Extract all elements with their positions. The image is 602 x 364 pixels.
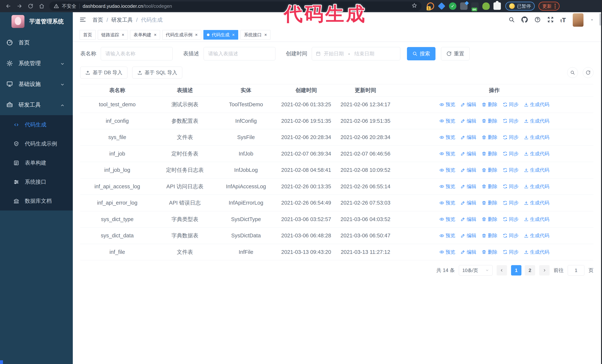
action-sync[interactable]: 同步 <box>503 199 519 207</box>
orange-ring-extension-icon[interactable]: 1 <box>427 2 434 10</box>
github-icon[interactable] <box>521 16 528 23</box>
sidebar-subitem-db-doc[interactable]: 数据库文档 <box>0 191 73 210</box>
reset-button[interactable]: 重置 <box>441 47 470 60</box>
action-delete[interactable]: 删除 <box>482 101 497 108</box>
action-sync[interactable]: 同步 <box>503 134 519 141</box>
prev-page-button[interactable] <box>497 265 507 275</box>
action-edit[interactable]: 编辑 <box>461 216 476 223</box>
back-button[interactable] <box>3 1 13 11</box>
tab-codegen-example[interactable]: 代码生成示例 × <box>162 30 201 40</box>
kebab-menu-icon[interactable] <box>555 4 556 9</box>
breadcrumb-item[interactable]: 首页 <box>92 16 103 24</box>
action-preview[interactable]: 预览 <box>439 150 455 157</box>
reload-button[interactable] <box>26 1 36 11</box>
sidebar-subitem-form-builder[interactable]: 表单构建 <box>0 153 73 172</box>
refresh-table-button[interactable] <box>583 67 593 78</box>
action-preview[interactable]: 预览 <box>439 117 455 125</box>
blue-gem-extension-icon[interactable] <box>438 2 445 10</box>
tab-codegen[interactable]: 代码生成 × <box>203 30 238 40</box>
action-preview[interactable]: 预览 <box>439 232 455 239</box>
action-edit[interactable]: 编辑 <box>461 232 476 239</box>
action-delete[interactable]: 删除 <box>482 150 497 157</box>
page-size-select[interactable]: 10条/页 <box>459 265 493 275</box>
action-generate[interactable]: 生成代码 <box>524 134 549 141</box>
search-button[interactable]: 搜索 <box>407 47 435 60</box>
action-generate[interactable]: 生成代码 <box>524 101 549 108</box>
scrollbar-thumb[interactable] <box>599 13 601 26</box>
sidebar-item-system[interactable]: 系统管理 <box>0 53 73 74</box>
action-sync[interactable]: 同步 <box>503 216 519 223</box>
table-desc-input[interactable] <box>204 47 275 60</box>
action-sync[interactable]: 同步 <box>503 249 519 256</box>
update-button[interactable]: 更新 <box>538 2 559 10</box>
action-edit[interactable]: 编辑 <box>461 134 476 141</box>
action-generate[interactable]: 生成代码 <box>524 150 549 157</box>
action-preview[interactable]: 预览 <box>439 101 455 108</box>
page-button-1[interactable]: 1 <box>511 265 521 275</box>
sidebar-item-devtools[interactable]: 研发工具 <box>0 94 73 115</box>
close-icon[interactable]: × <box>154 32 157 37</box>
close-icon[interactable]: × <box>195 32 198 37</box>
tab-tracing[interactable]: 链路追踪 × <box>98 30 128 40</box>
action-delete[interactable]: 删除 <box>482 117 497 125</box>
action-edit[interactable]: 编辑 <box>461 150 476 157</box>
action-edit[interactable]: 编辑 <box>461 249 476 256</box>
action-sync[interactable]: 同步 <box>503 232 519 239</box>
help-icon[interactable] <box>534 16 541 23</box>
page-button-2[interactable]: 2 <box>525 265 535 275</box>
action-edit[interactable]: 编辑 <box>461 166 476 174</box>
action-generate[interactable]: 生成代码 <box>524 232 549 239</box>
close-icon[interactable]: × <box>264 32 267 37</box>
collapse-sidebar-button[interactable] <box>79 16 86 24</box>
close-icon[interactable]: × <box>122 32 124 37</box>
action-generate[interactable]: 生成代码 <box>524 166 549 174</box>
green-bot-extension-icon[interactable] <box>482 2 490 10</box>
action-generate[interactable]: 生成代码 <box>524 183 549 190</box>
action-generate[interactable]: 生成代码 <box>524 117 549 125</box>
tab-form-builder[interactable]: 表单构建 × <box>130 30 160 40</box>
sidebar-subitem-codegen[interactable]: 代码生成 <box>0 115 73 134</box>
puzzle-extension-icon[interactable] <box>494 2 501 10</box>
close-icon[interactable]: × <box>232 32 235 37</box>
action-preview[interactable]: 预览 <box>439 216 455 223</box>
sidebar-subitem-system-api[interactable]: 系统接口 <box>0 172 73 191</box>
font-size-icon[interactable]: tT <box>560 16 566 24</box>
action-sync[interactable]: 同步 <box>503 183 519 190</box>
action-preview[interactable]: 预览 <box>439 199 455 207</box>
action-sync[interactable]: 同步 <box>503 117 519 125</box>
breadcrumb-item[interactable]: 研发工具 <box>111 16 133 24</box>
toggle-search-button[interactable] <box>567 67 578 78</box>
screen-on-extension-icon[interactable]: on <box>471 2 479 10</box>
green-check-extension-icon[interactable]: ✓ <box>449 2 456 10</box>
app-logo-row[interactable]: 芋道管理系统 <box>0 12 73 31</box>
home-button[interactable] <box>37 1 47 11</box>
action-edit[interactable]: 编辑 <box>461 183 476 190</box>
action-generate[interactable]: 生成代码 <box>524 249 549 256</box>
import-db-button[interactable]: 基于 DB 导入 <box>80 67 128 79</box>
search-icon[interactable] <box>508 16 515 23</box>
user-avatar[interactable] <box>573 13 583 27</box>
action-delete[interactable]: 删除 <box>482 166 497 174</box>
table-name-input[interactable] <box>101 47 173 60</box>
bookmark-star-icon[interactable] <box>412 3 417 10</box>
action-generate[interactable]: 生成代码 <box>524 199 549 207</box>
tab-home[interactable]: 首页 <box>80 30 96 40</box>
action-sync[interactable]: 同步 <box>503 150 519 157</box>
action-preview[interactable]: 预览 <box>439 249 455 256</box>
action-delete[interactable]: 删除 <box>482 183 497 190</box>
action-delete[interactable]: 删除 <box>482 249 497 256</box>
action-preview[interactable]: 预览 <box>439 183 455 190</box>
import-sql-button[interactable]: 基于 SQL 导入 <box>132 67 182 79</box>
action-delete[interactable]: 删除 <box>482 216 497 223</box>
next-page-button[interactable] <box>539 265 549 275</box>
action-edit[interactable]: 编辑 <box>461 101 476 108</box>
action-preview[interactable]: 预览 <box>439 166 455 174</box>
sidebar-item-infra[interactable]: 基础设施 <box>0 74 73 94</box>
action-sync[interactable]: 同步 <box>503 101 519 108</box>
tab-system-api[interactable]: 系统接口 × <box>240 30 270 40</box>
sidebar-subitem-codegen-example[interactable]: 代码生成示例 <box>0 134 73 153</box>
action-delete[interactable]: 删除 <box>482 134 497 141</box>
paused-badge[interactable]: 已暂停 <box>505 2 535 10</box>
forward-button[interactable] <box>14 1 24 11</box>
fullscreen-icon[interactable] <box>547 16 554 23</box>
